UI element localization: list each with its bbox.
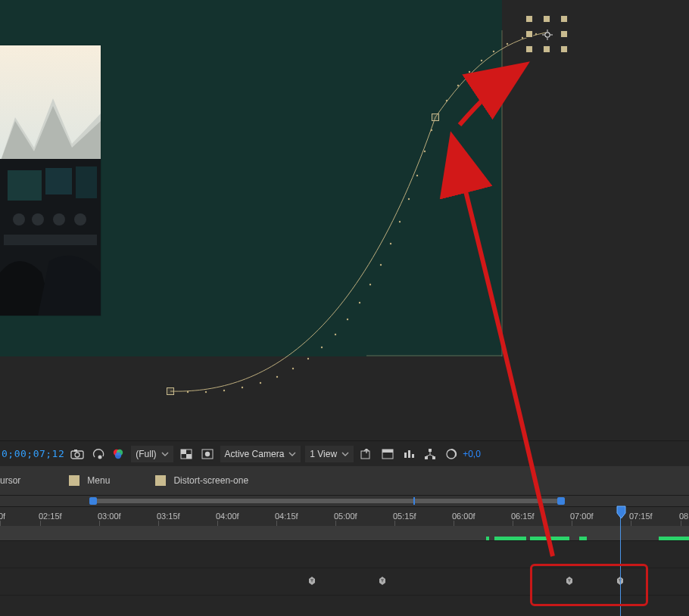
svg-point-9 — [53, 213, 65, 226]
svg-point-7 — [13, 213, 25, 226]
svg-rect-4 — [8, 170, 42, 201]
exposure-readout[interactable]: +0,0 — [463, 449, 481, 459]
svg-point-38 — [522, 37, 523, 39]
null-object-selected[interactable] — [525, 15, 568, 53]
svg-rect-61 — [382, 450, 393, 453]
ruler-label: 04:15f — [275, 512, 298, 521]
ruler-label: 05:00f — [334, 512, 357, 521]
layer-color-swatch — [155, 475, 166, 486]
composition-viewport[interactable] — [0, 0, 689, 440]
svg-point-19 — [307, 358, 309, 359]
pixel-aspect-icon[interactable] — [379, 446, 396, 462]
svg-point-8 — [32, 213, 44, 226]
chevron-down-icon — [288, 450, 296, 458]
svg-point-42 — [545, 33, 550, 37]
svg-point-50 — [98, 455, 102, 459]
share-view-icon[interactable] — [358, 446, 375, 462]
navigator-handle-right[interactable] — [557, 497, 565, 505]
svg-point-37 — [507, 43, 508, 45]
svg-point-13 — [205, 391, 207, 393]
show-channel-icon[interactable] — [90, 446, 107, 462]
keyframe-icon[interactable] — [308, 577, 316, 585]
layer-color-swatch — [69, 475, 80, 486]
ruler-label: 07:15f — [629, 512, 653, 521]
toggle-mask-icon[interactable] — [199, 446, 216, 462]
svg-rect-11 — [4, 235, 97, 245]
ruler-label: 03:15f — [157, 512, 180, 521]
svg-point-48 — [75, 453, 80, 457]
svg-point-58 — [204, 451, 209, 456]
svg-rect-64 — [432, 456, 435, 459]
annotation-highlight-box — [530, 564, 648, 606]
ruler-label: 06:15f — [511, 512, 535, 521]
ruler-label: 07:00f — [570, 512, 594, 521]
transparency-grid-icon[interactable] — [178, 446, 195, 462]
camera-dropdown[interactable]: Active Camera — [220, 446, 301, 462]
time-navigator[interactable] — [0, 496, 689, 506]
chevron-down-icon — [161, 450, 169, 458]
navigator-handle-left[interactable] — [89, 497, 97, 505]
color-management-icon[interactable] — [110, 446, 126, 462]
time-ruler[interactable]: 0f02:15f03:00f03:15f04:00f04:15f05:00f05… — [0, 506, 689, 527]
svg-point-17 — [276, 376, 278, 378]
camera-label: Active Camera — [225, 449, 285, 459]
ruler-label: 04:00f — [216, 512, 239, 521]
chevron-down-icon — [341, 450, 349, 458]
svg-point-15 — [242, 387, 243, 388]
spatial-keyframe-start[interactable] — [167, 387, 174, 395]
svg-point-16 — [260, 382, 261, 384]
svg-rect-55 — [181, 450, 186, 454]
anchor-icon — [542, 30, 553, 40]
navigator-cti-tick — [413, 497, 415, 505]
layer-name-bar: ursor Menu Distort-screen-one — [0, 466, 689, 496]
ruler-label: 08:0 — [679, 512, 689, 521]
views-label: 1 View — [310, 449, 337, 459]
current-timecode[interactable]: 0;00;07;12 — [2, 448, 64, 459]
layer-partial-label: ursor — [0, 475, 20, 486]
ruler-label: 02:15f — [39, 512, 62, 521]
layer-menu[interactable]: Menu — [69, 475, 110, 486]
ruler-label: 0f — [0, 512, 5, 521]
svg-point-10 — [74, 213, 86, 226]
resolution-label: (Full) — [136, 449, 156, 459]
views-dropdown[interactable]: 1 View — [305, 446, 354, 462]
layer-distort-label: Distort-screen-one — [173, 475, 248, 486]
svg-rect-6 — [76, 166, 97, 198]
svg-rect-62 — [429, 449, 432, 452]
svg-point-53 — [115, 452, 121, 458]
ruler-label: 06:00f — [452, 512, 475, 521]
layer-menu-label: Menu — [87, 475, 110, 486]
keyframe-icon[interactable] — [379, 577, 386, 585]
resolution-dropdown[interactable]: (Full) — [131, 446, 173, 462]
layer-thumbnail[interactable] — [0, 45, 101, 316]
svg-point-12 — [187, 391, 189, 393]
svg-point-18 — [292, 368, 294, 369]
snapshot-icon[interactable] — [69, 446, 86, 462]
svg-rect-49 — [74, 450, 77, 452]
layer-distort[interactable]: Distort-screen-one — [155, 475, 248, 486]
spatial-keyframe-mid[interactable] — [432, 114, 439, 121]
preview-toolbar: 0;00;07;12 (Full) Active Camera 1 View — [0, 440, 689, 467]
fast-previews-icon[interactable] — [401, 446, 417, 462]
timeline-link-icon[interactable] — [422, 446, 438, 462]
ruler-label: 05:15f — [393, 512, 416, 521]
svg-rect-5 — [45, 168, 72, 194]
render-settings-icon[interactable] — [443, 446, 460, 462]
ruler-label: 03:00f — [98, 512, 121, 521]
layer-duration-bar[interactable] — [0, 526, 689, 541]
svg-point-14 — [223, 390, 225, 391]
svg-rect-59 — [361, 451, 369, 459]
svg-rect-63 — [425, 456, 428, 459]
svg-rect-56 — [186, 454, 192, 459]
